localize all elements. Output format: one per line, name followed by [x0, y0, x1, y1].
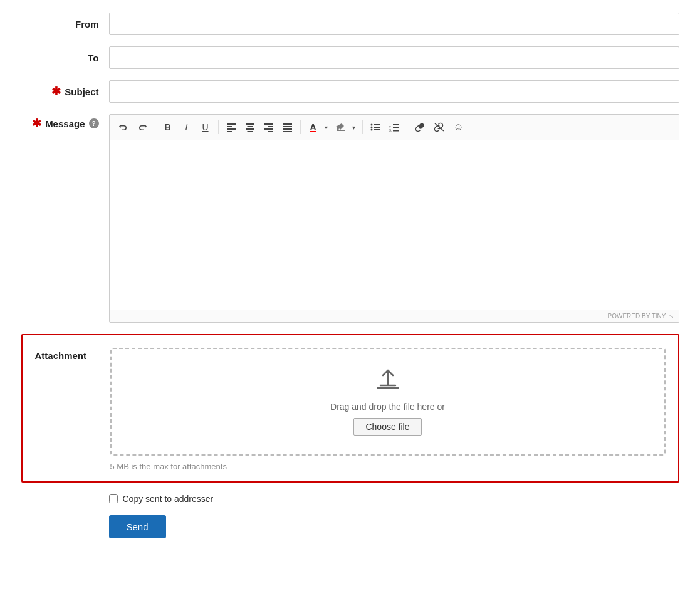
svg-rect-7 [247, 131, 253, 132]
svg-rect-15 [283, 131, 292, 132]
svg-rect-4 [246, 123, 254, 125]
svg-rect-0 [227, 123, 236, 125]
subject-row: ✱ Subject [21, 80, 679, 103]
resize-handle-icon[interactable]: ⤡ [669, 313, 674, 320]
highlight-chevron-icon: ▾ [352, 124, 355, 131]
to-label: To [21, 53, 109, 63]
svg-rect-27 [393, 130, 399, 132]
undo-button[interactable] [115, 118, 132, 136]
svg-point-20 [370, 129, 372, 131]
subject-required-star: ✱ [51, 85, 61, 98]
copy-label: Copy sent to addresser [123, 494, 214, 504]
svg-rect-1 [227, 126, 232, 127]
redo-button[interactable] [133, 118, 151, 136]
message-help-icon[interactable]: ? [89, 118, 99, 128]
svg-point-16 [370, 124, 372, 126]
subject-label-text: Subject [65, 86, 98, 97]
svg-point-18 [370, 127, 372, 128]
separator-2 [218, 120, 219, 134]
svg-rect-23 [393, 124, 399, 125]
font-color-group: A ▾ [305, 118, 331, 136]
editor-toolbar: B I U [110, 115, 679, 140]
to-label-text: To [88, 53, 98, 63]
message-editor: B I U [109, 114, 679, 323]
to-row: To [21, 46, 679, 69]
font-color-button[interactable]: A [305, 118, 322, 136]
svg-rect-21 [374, 129, 380, 130]
subject-input[interactable] [109, 80, 679, 103]
message-label-text: Message [45, 118, 85, 129]
svg-rect-6 [246, 128, 254, 130]
svg-rect-9 [268, 126, 273, 127]
send-label: Send [127, 521, 149, 532]
svg-rect-12 [283, 123, 292, 125]
drop-zone[interactable]: Drag and drop the file here or Choose fi… [110, 348, 666, 456]
upload-icon [375, 368, 400, 395]
align-center-button[interactable] [241, 118, 259, 136]
send-row: Send [109, 515, 679, 538]
highlight-group: ▾ [332, 118, 358, 136]
max-size-text: 5 MB is the max for attachments [110, 462, 666, 471]
svg-rect-3 [227, 131, 232, 132]
attachment-label-text: Attachment [35, 350, 87, 361]
from-label: From [21, 19, 109, 29]
numbered-list-button[interactable]: 1.2.3. [385, 118, 403, 136]
send-button[interactable]: Send [109, 515, 166, 538]
align-left-button[interactable] [222, 118, 240, 136]
subject-label: ✱ Subject [21, 85, 109, 98]
emoji-button[interactable]: ☺ [450, 118, 468, 136]
from-row: From [21, 13, 679, 35]
svg-rect-13 [283, 126, 292, 127]
from-input[interactable] [109, 13, 679, 35]
bullet-list-button[interactable] [367, 118, 384, 136]
attachment-label: Attachment [35, 348, 110, 361]
svg-rect-2 [227, 128, 236, 130]
message-body[interactable] [110, 140, 679, 310]
link-button[interactable] [411, 118, 429, 136]
svg-rect-17 [374, 124, 380, 125]
align-justify-button[interactable] [279, 118, 296, 136]
svg-rect-5 [247, 126, 253, 127]
copy-checkbox[interactable] [109, 494, 118, 503]
choose-file-label: Choose file [365, 422, 409, 432]
bold-icon: B [164, 122, 170, 132]
attachment-section: Attachment Drag and drop the file here o… [21, 334, 679, 483]
highlight-button[interactable] [332, 118, 350, 136]
message-required-star: ✱ [32, 117, 41, 130]
editor-footer: POWERED BY TINY ⤡ [110, 310, 679, 322]
message-label: ✱ Message ? [21, 114, 109, 130]
separator-1 [155, 120, 155, 134]
svg-text:3.: 3. [389, 128, 392, 132]
attachment-content: Drag and drop the file here or Choose fi… [110, 348, 666, 471]
to-input[interactable] [109, 46, 679, 69]
bold-button[interactable]: B [159, 118, 177, 136]
svg-rect-14 [283, 128, 292, 130]
powered-by-text: POWERED BY TINY [608, 313, 666, 320]
separator-4 [362, 120, 363, 134]
svg-rect-8 [264, 123, 273, 125]
drop-zone-text: Drag and drop the file here or [330, 402, 445, 412]
svg-rect-19 [374, 127, 380, 128]
underline-icon: U [202, 122, 208, 132]
from-label-text: From [75, 19, 99, 29]
message-row: ✱ Message ? B I U [21, 114, 679, 323]
italic-icon: I [185, 122, 188, 132]
svg-rect-11 [268, 131, 273, 132]
italic-button[interactable]: I [178, 118, 196, 136]
font-color-chevron-icon: ▾ [325, 124, 328, 131]
choose-file-button[interactable]: Choose file [353, 418, 421, 436]
email-form: From To ✱ Subject ✱ Message ? [21, 13, 679, 538]
separator-3 [300, 120, 301, 134]
unlink-button[interactable] [430, 118, 449, 136]
underline-button[interactable]: U [197, 118, 214, 136]
align-right-button[interactable] [260, 118, 278, 136]
svg-rect-25 [393, 127, 399, 128]
font-color-icon: A [310, 122, 316, 132]
svg-rect-10 [264, 128, 273, 130]
font-color-dropdown[interactable]: ▾ [322, 118, 331, 136]
separator-5 [407, 120, 407, 134]
highlight-dropdown[interactable]: ▾ [350, 118, 358, 136]
copy-row: Copy sent to addresser [109, 494, 679, 504]
